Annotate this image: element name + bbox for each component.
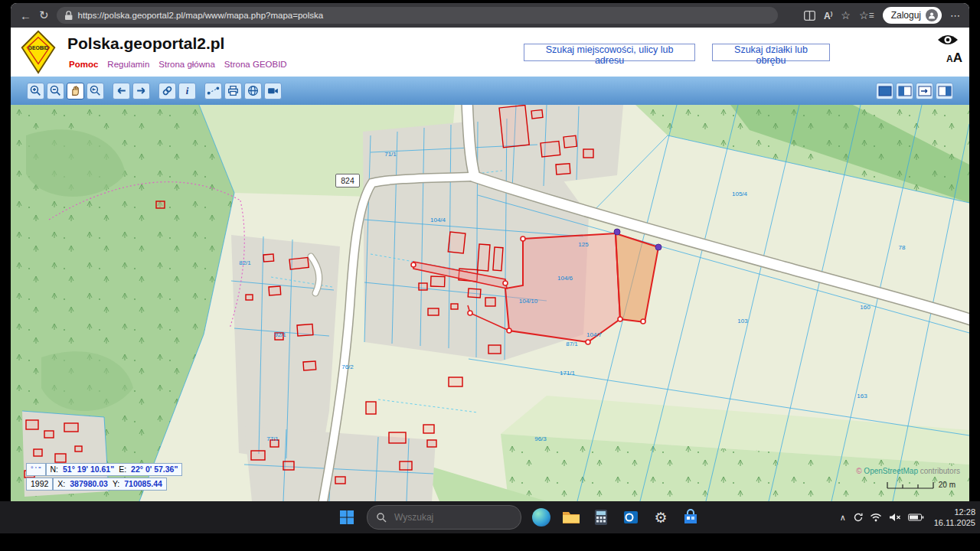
left-panel-button[interactable] (896, 83, 913, 99)
taskbar-search[interactable] (367, 505, 521, 530)
measure-button[interactable] (204, 83, 222, 99)
login-button[interactable]: Zaloguj (883, 7, 942, 24)
link-regulamin[interactable]: Regulamin (107, 60, 149, 69)
history-forward-button[interactable] (132, 83, 150, 99)
favorites-icon[interactable]: ☆ (841, 10, 851, 21)
browser-chrome: ← ↻ https://polska.geoportal2.pl/map/www… (11, 3, 969, 28)
lon-label: E: (119, 464, 126, 475)
site-header: GEOBID Polska.geoportal2.pl Pomoc Regula… (11, 28, 969, 77)
map-toolbar: i (11, 77, 969, 105)
link-pomoc[interactable]: Pomoc (69, 60, 98, 69)
logo-text: GEOBID (28, 45, 49, 51)
geobid-logo: GEOBID (20, 30, 57, 74)
back-icon[interactable]: ← (20, 9, 31, 22)
header-links: Pomoc Regulamin Strona główna Strona GEO… (69, 60, 287, 69)
date-text: 16.11.2025 (934, 517, 975, 528)
identify-info-button[interactable]: i (178, 83, 196, 99)
scale-bar: 20 m (887, 481, 956, 489)
search-parcel-button[interactable]: Szukaj działki lub obrębu (712, 44, 830, 61)
contrast-eye-icon[interactable] (937, 33, 959, 47)
file-explorer-icon[interactable] (561, 507, 581, 527)
pan-hand-button[interactable] (67, 83, 84, 99)
split-screen-icon[interactable] (804, 11, 815, 21)
edge-icon[interactable] (531, 507, 551, 527)
login-label: Zaloguj (891, 10, 921, 21)
read-aloud-icon[interactable]: A) (824, 10, 832, 21)
url-text: https://polska.geoportal2.pl/map/www/map… (78, 11, 324, 20)
wifi-icon[interactable] (870, 513, 882, 522)
settings-icon[interactable]: ⚙ (651, 507, 671, 527)
sync-icon[interactable] (853, 513, 863, 522)
clock[interactable]: 12:28 16.11.2025 (934, 507, 975, 529)
scale-line (887, 481, 934, 489)
address-bar[interactable]: https://polska.geoportal2.pl/map/www/map… (57, 7, 778, 24)
map-image[interactable] (11, 105, 969, 501)
lon-value: 22° 0' 57.36" (131, 464, 178, 475)
coordinates-overlay: ° ' " N: 51° 19' 10.61" E: 22° 0' 57.36"… (26, 461, 182, 491)
link-strona-glowna[interactable]: Strona główna (158, 60, 215, 69)
osm-link[interactable]: OpenStreetMap (864, 467, 918, 475)
print-button[interactable] (224, 83, 242, 99)
time-text: 12:28 (934, 507, 975, 517)
collections-icon[interactable]: ☆☰ (859, 10, 874, 21)
y-label: Y: (113, 478, 119, 490)
page-title: Polska.geoportal2.pl (67, 34, 224, 53)
crs-badge[interactable]: 1992 (26, 478, 53, 491)
tray-expand-icon[interactable]: ∧ (840, 513, 846, 523)
site-info-lock-icon[interactable] (65, 11, 73, 21)
map-attribution: © OpenStreetMap contributors (856, 467, 960, 475)
lat-value: 51° 19' 10.61" (63, 464, 114, 475)
link-strona-geobid[interactable]: Strona GEOBID (224, 60, 287, 69)
y-value: 710085.44 (124, 478, 162, 490)
calculator-icon[interactable] (591, 507, 611, 527)
x-label: X: (57, 478, 65, 490)
road-number-badge: 824 (335, 174, 360, 187)
collapse-panel-button[interactable] (916, 83, 933, 99)
store-icon[interactable] (681, 507, 701, 527)
globe-button[interactable] (244, 83, 262, 99)
more-menu-icon[interactable]: ⋯ (950, 10, 960, 21)
font-size-toggle[interactable]: AA (946, 51, 962, 66)
zoom-previous-button[interactable] (87, 83, 104, 99)
dms-icon[interactable]: ° ' " (26, 463, 46, 476)
stream-camera-button[interactable] (264, 83, 282, 99)
volume-muted-icon[interactable] (889, 513, 901, 522)
browser-window: ← ↻ https://polska.geoportal2.pl/map/www… (11, 3, 969, 501)
right-panel-button[interactable] (936, 83, 953, 99)
taskbar: ⚙ ∧ 12:28 16.11.2025 (0, 501, 980, 533)
refresh-icon[interactable]: ↻ (39, 8, 49, 22)
search-address-button[interactable]: Szukaj miejscowości, ulicy lub adresu (524, 44, 695, 61)
search-icon (376, 512, 387, 523)
lat-label: N: (51, 464, 59, 475)
search-input[interactable] (393, 511, 486, 523)
zoom-in-button[interactable] (27, 83, 44, 99)
x-value: 387980.03 (70, 478, 108, 490)
zoom-out-button[interactable] (47, 83, 64, 99)
svg-text:i: i (186, 86, 189, 96)
link-button[interactable] (158, 83, 176, 99)
map-canvas[interactable]: 824 71/182/192/1104/4104/6104/10104/787/… (11, 105, 969, 501)
outlook-icon[interactable] (621, 507, 641, 527)
battery-icon[interactable] (908, 514, 924, 521)
scale-text: 20 m (939, 481, 956, 489)
browser-actions: A) ☆ ☆☰ Zaloguj ⋯ (804, 7, 960, 24)
screen: { "browser": { "url": "https://polska.ge… (0, 0, 980, 551)
history-back-button[interactable] (113, 83, 130, 99)
maximize-map-button[interactable] (876, 83, 893, 99)
avatar-icon (926, 9, 938, 21)
start-button[interactable] (337, 507, 357, 527)
